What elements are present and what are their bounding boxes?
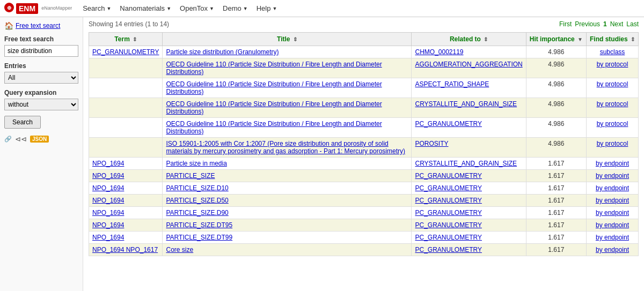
find-studies-link[interactable]: by endpoint bbox=[596, 246, 629, 253]
title-link[interactable]: ISO 15901-1:2005 with Cor 1:2007 (Pore s… bbox=[166, 140, 405, 155]
hit-sort-icon: ▼ bbox=[577, 36, 583, 42]
nav-demo[interactable]: Demo▼ bbox=[223, 4, 248, 12]
col-related-to[interactable]: Related to ⇕ bbox=[412, 33, 526, 46]
sidebar: 🏠 Free text searct Free text search Entr… bbox=[0, 17, 83, 291]
related-to-link[interactable]: PC_GRANULOMETRY bbox=[415, 209, 481, 217]
related-to-link[interactable]: PC_GRANULOMETRY bbox=[415, 246, 481, 253]
related-to-link[interactable]: CRYSTALLITE_AND_GRAIN_SIZE bbox=[415, 100, 517, 108]
find-studies-link[interactable]: by endpoint bbox=[596, 209, 629, 217]
cell-hit-importance: 1.617 bbox=[526, 232, 586, 244]
related-to-link[interactable]: PC_GRANULOMETRY bbox=[415, 234, 481, 241]
find-studies-link[interactable]: by protocol bbox=[597, 61, 628, 68]
related-to-link[interactable]: ASPECT_RATIO_SHAPE bbox=[415, 80, 489, 88]
find-studies-link[interactable]: by endpoint bbox=[596, 197, 629, 204]
pagination-previous[interactable]: Previous bbox=[575, 20, 600, 28]
search-input[interactable] bbox=[4, 45, 78, 57]
col-term[interactable]: Term ⇕ bbox=[89, 33, 163, 46]
title-link[interactable]: PARTICLE_SIZE.D90 bbox=[166, 209, 228, 217]
search-button[interactable]: Search bbox=[4, 116, 41, 129]
nav-help[interactable]: Help▼ bbox=[257, 4, 277, 12]
cell-term: NPO_1694 bbox=[89, 170, 163, 182]
cell-title: PARTICLE_SIZE.DT99 bbox=[163, 232, 412, 244]
col-title[interactable]: Title ⇕ bbox=[163, 33, 412, 46]
nav-nanomaterials[interactable]: Nanomaterials▼ bbox=[120, 4, 171, 12]
json-badge[interactable]: JSON bbox=[30, 136, 49, 143]
related-to-link[interactable]: PC_GRANULOMETRY bbox=[415, 221, 481, 229]
title-link[interactable]: PARTICLE_SIZE bbox=[166, 172, 215, 180]
home-icon[interactable]: 🏠 bbox=[4, 21, 13, 30]
related-to-link[interactable]: PC_GRANULOMETRY bbox=[415, 120, 481, 128]
sidebar-section-title: Free text search bbox=[4, 35, 78, 43]
title-link[interactable]: Core size bbox=[166, 246, 193, 253]
cell-title: Particle size in media bbox=[163, 158, 412, 170]
cell-hit-importance: 1.617 bbox=[526, 170, 586, 182]
logo-subtext: eNanoMapper bbox=[41, 6, 72, 11]
cell-hit-importance: 1.617 bbox=[526, 244, 586, 256]
cell-title: Particle size distribution (Granulometry… bbox=[163, 46, 412, 58]
cell-term bbox=[89, 58, 163, 78]
col-hit-importance[interactable]: Hit importance ▼ bbox=[526, 33, 586, 46]
related-to-link[interactable]: PC_GRANULOMETRY bbox=[415, 172, 481, 180]
title-link[interactable]: PARTICLE_SIZE.D50 bbox=[166, 197, 228, 204]
cell-related-to: AGGLOMERATION_AGGREGATION bbox=[412, 58, 526, 78]
table-row: NPO_1694PARTICLE_SIZE.D90PC_GRANULOMETRY… bbox=[89, 207, 639, 219]
find-studies-link[interactable]: by endpoint bbox=[596, 160, 629, 167]
entries-select[interactable]: All 10 25 50 bbox=[4, 72, 78, 84]
sidebar-icons: 🔗 ⊲⊲ JSON bbox=[4, 135, 78, 143]
title-link[interactable]: PARTICLE_SIZE.DT95 bbox=[166, 221, 232, 229]
title-link[interactable]: OECD Guideline 110 (Particle Size Distri… bbox=[166, 80, 382, 95]
term-link[interactable]: PC_GRANULOMETRY bbox=[92, 48, 159, 56]
share-icon[interactable]: ⊲⊲ bbox=[15, 135, 27, 143]
cell-related-to: PC_GRANULOMETRY bbox=[412, 182, 526, 195]
title-link[interactable]: PARTICLE_SIZE.D10 bbox=[166, 184, 228, 192]
term-link[interactable]: NPO_1694 bbox=[92, 209, 124, 217]
term-link[interactable]: NPO_1694 bbox=[92, 184, 124, 192]
related-to-link[interactable]: CHMO_0002119 bbox=[415, 48, 463, 56]
cell-related-to: CHMO_0002119 bbox=[412, 46, 526, 58]
term-link[interactable]: NPO_1694 bbox=[92, 221, 124, 229]
pagination-last[interactable]: Last bbox=[626, 20, 639, 28]
col-find-studies[interactable]: Find studies ⇕ bbox=[586, 33, 638, 46]
related-to-link[interactable]: PC_GRANULOMETRY bbox=[415, 184, 481, 192]
find-studies-link[interactable]: by protocol bbox=[597, 80, 628, 88]
title-link[interactable]: Particle size in media bbox=[166, 160, 226, 167]
title-link[interactable]: Particle size distribution (Granulometry… bbox=[166, 48, 279, 56]
find-studies-link[interactable]: by protocol bbox=[597, 140, 628, 147]
results-tbody: PC_GRANULOMETRYParticle size distributio… bbox=[89, 46, 639, 256]
related-to-link[interactable]: AGGLOMERATION_AGGREGATION bbox=[415, 61, 522, 68]
find-studies-link[interactable]: by endpoint bbox=[596, 172, 629, 180]
pagination-next[interactable]: Next bbox=[610, 20, 624, 28]
cell-find-studies: by protocol bbox=[586, 58, 638, 78]
find-studies-link[interactable]: by endpoint bbox=[596, 221, 629, 229]
nav-search[interactable]: Search▼ bbox=[83, 4, 111, 12]
term-sort-icon: ⇕ bbox=[133, 36, 137, 42]
cell-hit-importance: 4.986 bbox=[526, 138, 586, 158]
term-link[interactable]: NPO_1694 bbox=[92, 197, 124, 204]
cell-title: OECD Guideline 110 (Particle Size Distri… bbox=[163, 98, 412, 118]
title-link[interactable]: PARTICLE_SIZE.DT99 bbox=[166, 234, 232, 241]
entries-label: Entries bbox=[4, 62, 78, 70]
pagination-first[interactable]: First bbox=[559, 20, 572, 28]
find-studies-link[interactable]: by protocol bbox=[597, 100, 628, 108]
table-row: NPO_1694PARTICLE_SIZE.D10PC_GRANULOMETRY… bbox=[89, 182, 639, 195]
breadcrumb-link[interactable]: Free text searct bbox=[16, 22, 60, 29]
title-link[interactable]: OECD Guideline 110 (Particle Size Distri… bbox=[166, 61, 382, 76]
title-link[interactable]: OECD Guideline 110 (Particle Size Distri… bbox=[166, 100, 382, 115]
related-to-link[interactable]: CRYSTALLITE_AND_GRAIN_SIZE bbox=[415, 160, 517, 167]
related-to-link[interactable]: POROSITY bbox=[415, 140, 448, 147]
table-row: OECD Guideline 110 (Particle Size Distri… bbox=[89, 58, 639, 78]
cell-hit-importance: 4.986 bbox=[526, 78, 586, 98]
related-to-link[interactable]: PC_GRANULOMETRY bbox=[415, 197, 481, 204]
term-link[interactable]: NPO_1694 NPO_1617 bbox=[92, 246, 158, 253]
find-studies-link[interactable]: subclass bbox=[600, 48, 625, 56]
link-icon[interactable]: 🔗 bbox=[4, 136, 12, 143]
term-link[interactable]: NPO_1694 bbox=[92, 172, 124, 180]
find-studies-link[interactable]: by protocol bbox=[597, 120, 628, 128]
query-expansion-select[interactable]: without with bbox=[4, 99, 78, 110]
term-link[interactable]: NPO_1694 bbox=[92, 160, 124, 167]
title-link[interactable]: OECD Guideline 110 (Particle Size Distri… bbox=[166, 120, 382, 135]
find-studies-link[interactable]: by endpoint bbox=[596, 184, 629, 192]
find-studies-link[interactable]: by endpoint bbox=[596, 234, 629, 241]
term-link[interactable]: NPO_1694 bbox=[92, 234, 124, 241]
nav-opentox[interactable]: OpenTox▼ bbox=[180, 4, 214, 12]
